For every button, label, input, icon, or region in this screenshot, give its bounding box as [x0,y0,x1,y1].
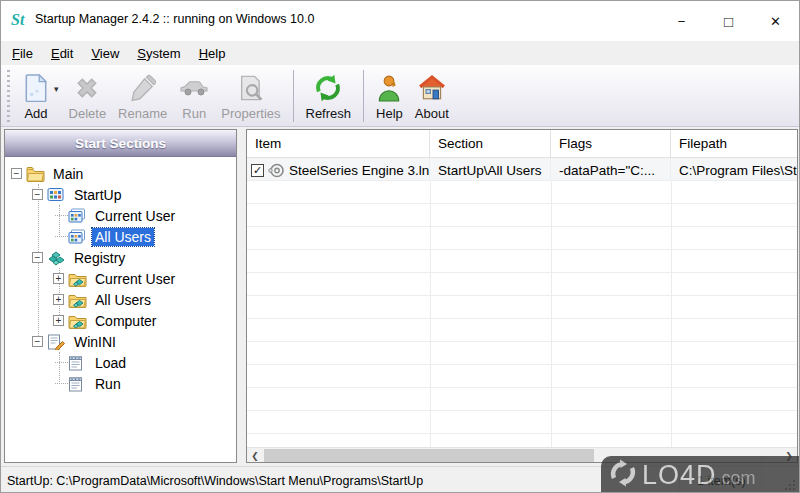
notepad-icon [68,376,87,392]
refresh-arrows-icon [313,71,343,105]
tree-item-label[interactable]: Computer [92,312,159,330]
sections-tree: Main StartUp Current User [5,157,236,462]
column-header-filepath[interactable]: Filepath [671,130,797,157]
about-button[interactable]: About [409,68,455,124]
panel-header-title: Start Sections [75,136,166,151]
scroll-left-icon[interactable]: ❮ [247,448,263,463]
tree-item-label[interactable]: Registry [71,249,128,267]
tree-item-registry-current-user[interactable]: Current User [5,268,236,289]
tree-item-winini-load[interactable]: Load [5,352,236,373]
delete-x-icon [73,71,101,105]
app-window: St Startup Manager 2.4.2 :: running on W… [0,0,800,493]
registry-icon [47,250,66,266]
item-checkbox[interactable] [251,164,264,177]
help-label: Help [376,106,403,121]
expand-icon[interactable] [53,294,64,305]
refresh-label: Refresh [306,106,352,121]
tree-item-startup[interactable]: StartUp [5,184,236,205]
tree-item-label[interactable]: WinINI [71,333,119,351]
tree-item-label-selected[interactable]: All Users [92,228,154,246]
registry-folder-icon [68,292,87,308]
tree-item-label[interactable]: StartUp [71,186,124,204]
tree-item-startup-current-user[interactable]: Current User [5,205,236,226]
column-header-item[interactable]: Item [247,130,430,157]
tree-item-registry-all-users[interactable]: All Users [5,289,236,310]
collapse-icon[interactable] [32,336,43,347]
menu-view[interactable]: View [82,43,128,64]
tree-item-label[interactable]: All Users [92,291,154,309]
delete-button[interactable]: Delete [63,68,113,124]
registry-folder-icon [68,271,87,287]
lo4d-name: LO4D [642,460,717,491]
startup-section-icon [47,187,66,203]
registry-folder-icon [68,313,87,329]
column-divider [430,158,431,447]
add-dropdown-arrow[interactable]: ▾ [54,84,59,94]
tree-item-winini-run[interactable]: Run [5,373,236,394]
about-label: About [415,106,449,121]
maximize-button[interactable] [705,1,752,41]
tree-item-registry-computer[interactable]: Computer [5,310,236,331]
tree-item-startup-all-users[interactable]: All Users [5,226,236,247]
help-button[interactable]: Help [370,68,409,124]
tree-item-winini[interactable]: WinINI [5,331,236,352]
collapse-icon[interactable] [11,168,22,179]
properties-magnifier-icon [237,71,265,105]
startup-section-icon [68,229,87,245]
properties-button[interactable]: Properties [215,68,286,124]
properties-label: Properties [221,106,280,121]
run-button[interactable]: Run [173,68,215,124]
table-row[interactable]: SteelSeries Engine 3.lnk StartUp\All Use… [247,158,797,181]
add-label: Add [24,106,47,121]
panel-splitter[interactable] [237,127,246,466]
folder-icon [26,166,45,182]
app-logo-icon: St [11,11,31,31]
refresh-button[interactable]: Refresh [300,68,358,124]
item-name: SteelSeries Engine 3.lnk [289,163,430,178]
rename-pencil-icon [130,71,156,105]
titlebar: St Startup Manager 2.4.2 :: running on W… [1,1,799,41]
expand-icon[interactable] [53,315,64,326]
menu-file[interactable]: File [3,43,42,64]
tree-item-main[interactable]: Main [5,163,236,184]
notepad-icon [68,355,87,371]
toolbar: Add ▾ Delete Rename Run Properties [1,65,799,127]
rename-button[interactable]: Rename [112,68,173,124]
toolbar-separator [363,70,364,122]
help-person-icon [376,71,402,105]
menu-system[interactable]: System [128,43,189,64]
panel-header: Start Sections [5,130,236,157]
tree-item-label[interactable]: Current User [92,207,178,225]
expand-icon[interactable] [53,273,64,284]
winini-icon [47,334,66,350]
lo4d-tld: .com [717,468,756,489]
close-button[interactable] [752,1,799,41]
tree-item-label[interactable]: Main [50,165,86,183]
collapse-icon[interactable] [32,189,43,200]
lo4d-logo-icon [607,457,639,493]
flags-cell: -dataPath="C:... [551,158,671,180]
table-header: Item Section Flags Filepath [247,130,797,158]
lo4d-watermark: LO4D .com [601,456,800,493]
delete-label: Delete [69,106,107,121]
tree-item-label[interactable]: Current User [92,270,178,288]
menu-edit[interactable]: Edit [42,43,82,64]
tree-item-registry[interactable]: Registry [5,247,236,268]
column-header-flags[interactable]: Flags [551,130,671,157]
tree-item-label[interactable]: Load [92,354,129,372]
menu-help[interactable]: Help [190,43,235,64]
tree-item-label[interactable]: Run [92,375,124,393]
main-area: Start Sections Main [1,127,799,466]
collapse-icon[interactable] [32,252,43,263]
items-panel: Item Section Flags Filepath SteelSeries … [246,129,798,463]
scrollbar-thumb[interactable] [264,449,594,462]
column-header-section[interactable]: Section [430,130,551,157]
minimize-button[interactable] [658,1,705,41]
column-divider [551,158,552,447]
start-sections-panel: Start Sections Main [4,129,237,463]
toolbar-grip[interactable] [7,70,10,122]
add-button[interactable]: Add [18,68,54,124]
item-cell: SteelSeries Engine 3.lnk [247,158,430,180]
filepath-cell: C:\Program Files\Ste [671,158,797,180]
table-gridlines [247,181,797,447]
